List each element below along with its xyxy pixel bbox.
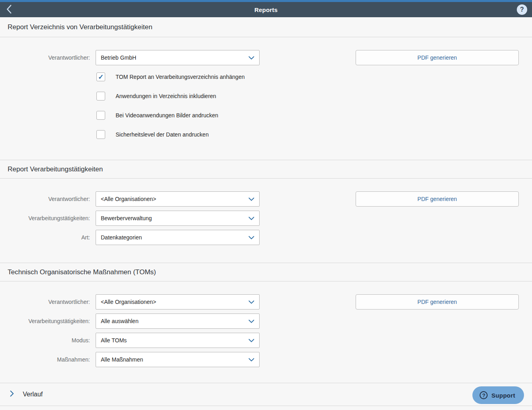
checkbox-label: Anwendungen in Verzeichnis inkludieren [116,93,216,99]
select-value: <Alle Organisationen> [101,196,245,202]
check-row-videoanwendungen: Bei Videoanwendungen Bilder andrucken [96,111,532,120]
section-body-verzeichnis: Verantwortlicher: Betrieb GmbH TOM Repor… [0,37,532,160]
toms-verarbeitungstaetigkeiten-select[interactable]: Alle auswählen [96,314,260,329]
check-row-tom-report: TOM Report an Verarbeitungsverzeichnis a… [96,72,532,81]
field-label-verantwortlicher: Verantwortlicher: [0,196,90,202]
chevron-left-icon [6,5,12,15]
pdf-generieren-button-verzeichnis[interactable]: PDF generieren [356,50,519,65]
pdf-generieren-button-toms[interactable]: PDF generieren [356,294,519,310]
field-label-massnahmen: Maßnahmen: [0,356,90,363]
chevron-down-icon [245,234,254,241]
section-title: Technisch Organisatorische Maßnahmen (TO… [8,268,156,276]
chevron-right-icon [10,390,14,398]
videoanwendungen-checkbox[interactable] [96,111,105,120]
pdf-generieren-button-verarbeitung[interactable]: PDF generieren [356,191,519,207]
form-row: Modus: Alle TOMs [0,333,532,348]
select-value: Alle TOMs [101,337,245,344]
massnahmen-select[interactable]: Alle Maßnahmen [96,352,260,367]
verlauf-expander[interactable]: Verlauf [0,383,532,406]
sicherheitslevel-checkbox[interactable] [96,130,105,139]
field-label-verantwortlicher: Verantwortlicher: [0,299,90,305]
checkbox-group: TOM Report an Verarbeitungsverzeichnis a… [96,72,532,139]
select-value: Betrieb GmbH [101,54,245,61]
field-label-verarbeitungstaetigkeiten: Verarbeitungstätigkeiten: [0,215,90,221]
form-row: Verarbeitungstätigkeiten: Alle auswählen [0,314,532,329]
select-value: Alle auswählen [101,318,245,324]
select-value: Bewerberverwaltung [101,215,245,221]
form-row: Art: Datenkategorien [0,230,532,245]
back-button[interactable] [6,2,12,17]
field-label-verarbeitungstaetigkeiten: Verarbeitungstätigkeiten: [0,318,90,324]
section-body-toms: Verantwortlicher: <Alle Organisationen> … [0,281,532,383]
section-title: Report Verarbeitungstätigkeiten [8,165,103,173]
section-header-verzeichnis: Report Verzeichnis von Verarbeitungstäti… [0,17,532,37]
chevron-down-icon [245,54,254,61]
chevron-down-icon [245,356,254,363]
chevron-down-icon [245,195,254,203]
section-header-verarbeitung: Report Verarbeitungstätigkeiten [0,160,532,179]
chevron-down-icon [245,215,254,222]
chevron-down-icon [245,337,254,344]
help-icon[interactable]: ? [517,4,527,15]
field-label-verantwortlicher: Verantwortlicher: [0,54,90,61]
chevron-down-icon [245,318,254,325]
section-title: Report Verzeichnis von Verarbeitungstäti… [8,23,152,31]
anwendungen-checkbox[interactable] [96,92,105,100]
select-value: Datenkategorien [101,234,245,241]
checkbox-label: Sicherheitslevel der Daten andrucken [116,131,209,138]
field-label-modus: Modus: [0,337,90,344]
verantwortlicher-select-3[interactable]: <Alle Organisationen> [96,294,260,310]
field-label-art: Art: [0,234,90,241]
verantwortlicher-select[interactable]: Betrieb GmbH [96,50,260,65]
checkbox-label: Bei Videoanwendungen Bilder andrucken [116,112,218,119]
form-row: Maßnahmen: Alle Maßnahmen [0,352,532,367]
check-row-anwendungen: Anwendungen in Verzeichnis inkludieren [96,92,532,100]
select-value: Alle Maßnahmen [101,356,245,363]
reports-page: Reports ? Report Verzeichnis von Verarbe… [0,0,532,410]
section-body-verarbeitung: Verantwortlicher: <Alle Organisationen> … [0,179,532,263]
checkbox-label: TOM Report an Verarbeitungsverzeichnis a… [116,74,245,80]
verantwortlicher-select-2[interactable]: <Alle Organisationen> [96,191,260,207]
verlauf-label: Verlauf [23,391,43,398]
question-mark-icon: ? [480,391,488,399]
support-label: Support [491,392,515,399]
verarbeitungstaetigkeiten-select[interactable]: Bewerberverwaltung [96,211,260,226]
page-title: Reports [0,6,532,13]
section-header-toms: Technisch Organisatorische Maßnahmen (TO… [0,263,532,281]
chevron-down-icon [245,298,254,305]
shell-header: Reports ? [0,2,532,17]
art-select[interactable]: Datenkategorien [96,230,260,245]
tom-report-checkbox[interactable] [96,72,105,81]
check-row-sicherheitslevel: Sicherheitslevel der Daten andrucken [96,130,532,139]
modus-select[interactable]: Alle TOMs [96,333,260,348]
form-row: Verarbeitungstätigkeiten: Bewerberverwal… [0,211,532,226]
support-button[interactable]: ? Support [472,386,524,404]
select-value: <Alle Organisationen> [101,299,245,305]
